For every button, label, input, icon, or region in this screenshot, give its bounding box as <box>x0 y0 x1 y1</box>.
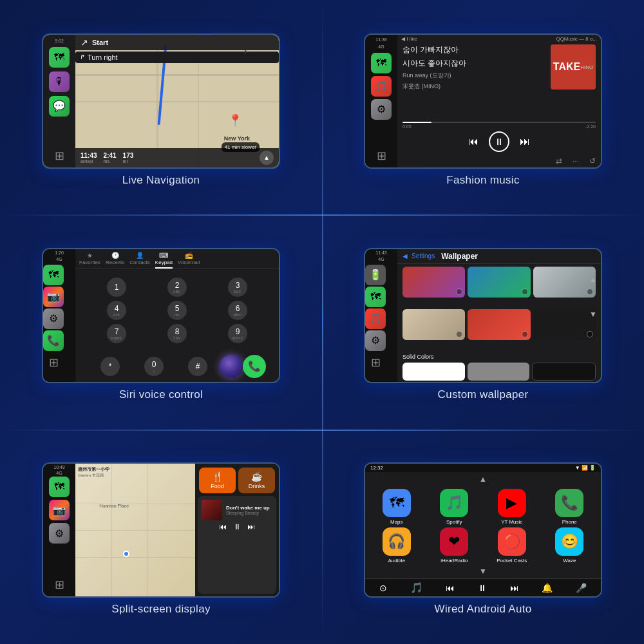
app-pocket-casts[interactable]: 🔴 Pocket Casts <box>484 527 540 564</box>
split-sb-grid[interactable]: ⊞ <box>49 574 70 595</box>
direction-circle-icon: ↗ <box>80 37 88 48</box>
tab-contacts[interactable]: 👤 Contacts <box>129 252 150 269</box>
scroll-up-btn[interactable]: ▲ <box>369 475 597 484</box>
drinks-button[interactable]: ☕ Drinks <box>238 468 275 493</box>
music-content: 숨이 가빠지잖아 시아도 좋아지잖아 Run away (도망가) 宋旻浩 (M… <box>397 43 601 120</box>
dial-0[interactable]: 0+ <box>144 357 164 376</box>
play-pause-btn[interactable]: ⏸ <box>489 131 509 152</box>
podcasts-icon[interactable]: 🎙 <box>49 71 70 92</box>
split-sb-settings[interactable]: ⚙ <box>49 523 70 544</box>
android-bell-btn[interactable]: 🔔 <box>542 583 553 593</box>
android-home-btn[interactable]: ⊙ <box>379 583 387 593</box>
turn-right-label: Turn right <box>88 53 118 61</box>
siri-sb-grid[interactable]: ⊞ <box>43 352 64 373</box>
music-sb-settings[interactable]: ⚙ <box>371 99 392 120</box>
shuffle-btn[interactable]: ⇄ <box>556 156 562 166</box>
dial-5[interactable]: 5JKL <box>167 301 187 320</box>
siri-orb[interactable] <box>220 355 243 378</box>
wall-back-arrow[interactable]: ◀ <box>402 252 408 260</box>
siri-sb-settings[interactable]: ⚙ <box>43 308 64 329</box>
wall-sb-grid[interactable]: ⊞ <box>365 352 386 373</box>
split-sb-insta[interactable]: 📷 <box>49 500 70 520</box>
messages-icon[interactable]: 💬 <box>49 96 70 117</box>
dial-3[interactable]: 3DEF <box>228 278 247 297</box>
grid-icon[interactable]: ⊞ <box>49 146 70 166</box>
more-btn[interactable]: ··· <box>573 156 579 166</box>
lyric-line-1: 숨이 가빠지잖아 <box>402 44 545 55</box>
wall-sb-settings[interactable]: ⚙ <box>365 330 386 351</box>
lyric-line-2: 시아도 좋아지잖아 <box>402 58 545 69</box>
dial-4[interactable]: 4GHI <box>107 301 126 320</box>
dial-9[interactable]: 9WXYZ <box>228 324 247 343</box>
dial-2[interactable]: 2ABC <box>167 278 187 297</box>
android-prev-btn[interactable]: ⏮ <box>446 583 455 593</box>
airport-marker: ✈ <box>242 48 249 57</box>
wall-back-label[interactable]: Settings <box>412 252 435 260</box>
music-sb-grid[interactable]: ⊞ <box>371 146 392 166</box>
tab-voicemail[interactable]: 📻 Voicemail <box>178 252 200 269</box>
split-play-btn[interactable]: ⏸ <box>233 522 241 531</box>
wall-down-arrow[interactable]: ▼ <box>589 310 597 319</box>
tab-recents[interactable]: 🕐 Recents <box>106 252 124 269</box>
tab-keypad[interactable]: ⌨ Keypad <box>155 252 173 269</box>
maps-icon[interactable]: 🗺 <box>49 47 70 68</box>
dial-8[interactable]: 8TUV <box>167 324 187 343</box>
android-mic-btn[interactable]: 🎤 <box>576 583 587 593</box>
prev-btn[interactable]: ⏮ <box>468 136 478 147</box>
wall-sb-music[interactable]: 🎵 <box>365 308 386 329</box>
album-text: TAKE <box>553 61 580 73</box>
swatch-black[interactable] <box>532 363 596 381</box>
split-next-btn[interactable]: ⏭ <box>247 522 255 531</box>
music-extra-controls: ⇄ ··· ↺ <box>397 155 601 167</box>
music-sb-music[interactable]: 🎵 <box>371 76 392 97</box>
food-icon: 🍴 <box>212 471 223 482</box>
app-waze[interactable]: 😊 Waze <box>542 527 598 564</box>
wallpaper-cell-label: Custom wallpaper <box>438 388 529 401</box>
wall-thumb-1[interactable] <box>402 267 465 298</box>
app-phone[interactable]: 📞 Phone <box>542 489 598 525</box>
split-prev-btn[interactable]: ⏮ <box>219 522 227 531</box>
app-ytmusic[interactable]: ▶ YT Music <box>484 489 540 525</box>
dial-6[interactable]: 6MNO <box>228 301 247 320</box>
wall-thumb-3[interactable] <box>533 267 596 298</box>
call-button[interactable]: 📞 <box>243 355 266 378</box>
split-sb-maps[interactable]: 🗺 <box>49 477 70 497</box>
wall-thumb-5[interactable] <box>468 309 530 340</box>
cell-wallpaper: 11:43 4G 🔋 🗺 🎵 ⚙ ⊞ ◀ Settings Wallpaper <box>322 214 644 429</box>
swatch-gray[interactable] <box>468 363 530 381</box>
android-next-btn[interactable]: ⏭ <box>510 583 519 593</box>
siri-sb-insta[interactable]: 📷 <box>43 287 64 307</box>
android-play-btn[interactable]: ⏸ <box>478 583 487 593</box>
swatch-white[interactable] <box>402 363 465 381</box>
destination-marker: 📍 <box>228 113 242 128</box>
mi-info: 173 mi <box>123 152 134 164</box>
dial-1[interactable]: 1 <box>107 278 126 297</box>
app-iheartradio[interactable]: ❤ iHeartRadio <box>427 527 482 564</box>
phone-app-label: Phone <box>562 519 577 525</box>
siri-sb-phone[interactable]: 📞 <box>43 330 64 351</box>
android-screen: 12:32 ▼ 📶 🔋 ▲ 🗺 Maps 🎵 <box>364 462 602 598</box>
dial-7[interactable]: 7PQRS <box>107 324 126 343</box>
album-sub: HINO <box>580 64 593 70</box>
wall-up-arrow[interactable]: ▲ <box>589 275 597 284</box>
siri-sb-maps[interactable]: 🗺 <box>43 265 64 285</box>
dial-star[interactable]: * <box>100 357 120 376</box>
eta-box: 41 min slower <box>222 142 260 152</box>
dial-hash[interactable]: # <box>188 357 207 376</box>
wall-thumb-6[interactable] <box>533 309 596 340</box>
wall-sb-maps[interactable]: 🗺 <box>365 287 386 307</box>
app-spotify[interactable]: 🎵 Spotify <box>427 489 482 525</box>
wall-thumb-4[interactable] <box>402 309 465 340</box>
app-audible[interactable]: 🎧 Audible <box>369 527 424 564</box>
next-btn[interactable]: ⏭ <box>520 136 530 147</box>
progress-bar[interactable] <box>402 122 596 123</box>
food-button[interactable]: 🍴 Food <box>199 468 236 493</box>
scroll-down-btn[interactable]: ▼ <box>369 567 597 576</box>
wall-thumb-2[interactable] <box>468 267 530 298</box>
android-spotify-icon[interactable]: 🎵 <box>410 582 423 594</box>
tab-favorites[interactable]: ★ Favorites <box>79 252 100 269</box>
wall-dot-6 <box>587 331 593 337</box>
repeat-btn[interactable]: ↺ <box>589 156 596 166</box>
music-sb-maps[interactable]: 🗺 <box>371 53 392 73</box>
app-maps[interactable]: 🗺 Maps <box>369 489 424 525</box>
